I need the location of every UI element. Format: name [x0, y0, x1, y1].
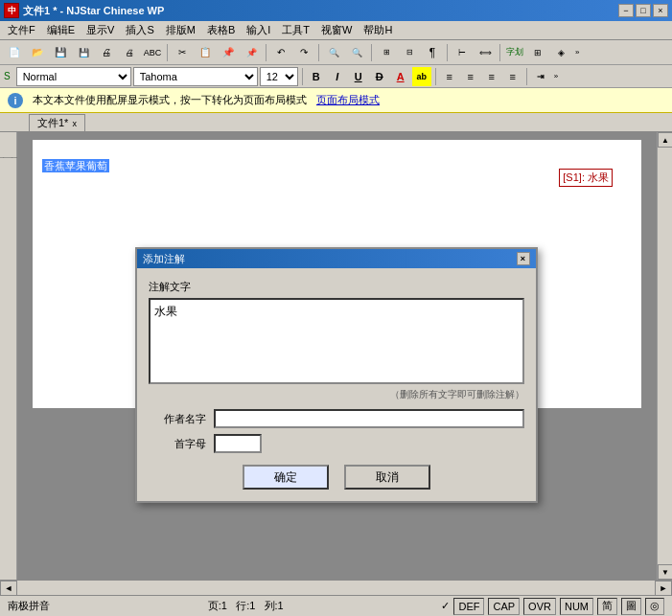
menu-format[interactable]: 排版M [160, 22, 201, 39]
ok-button[interactable]: 确定 [243, 465, 329, 490]
menu-view[interactable]: 显示V [81, 22, 120, 39]
print-button[interactable]: 🖨 [96, 43, 117, 62]
author-input[interactable] [214, 409, 524, 428]
menu-tools[interactable]: 工具T [276, 22, 315, 39]
findreplace-button[interactable]: 🔍 [346, 43, 367, 62]
italic-button[interactable]: I [328, 67, 347, 86]
dialog-close-button[interactable]: × [517, 252, 530, 265]
status-ovr: OVR [523, 598, 556, 615]
doc-tab-close[interactable]: x [72, 119, 77, 128]
grid-btn[interactable]: ⊞ [527, 43, 548, 62]
redo-button[interactable]: ↷ [293, 43, 314, 62]
separator-3 [318, 44, 319, 61]
scroll-track[interactable] [658, 148, 672, 564]
check-mark: ✓ [441, 600, 450, 612]
scroll-right-button[interactable]: ► [655, 581, 672, 596]
find-button[interactable]: 🔍 [323, 43, 344, 62]
format-overflow[interactable]: » [552, 70, 560, 82]
paste-button[interactable]: 📌 [218, 43, 239, 62]
menu-file[interactable]: 文件F [2, 22, 41, 39]
lang-btn[interactable]: 字划 [504, 43, 525, 62]
save-button[interactable]: 💾 [50, 43, 71, 62]
vertical-scrollbar: ▲ ▼ [657, 132, 672, 580]
align-center-button[interactable]: ≡ [461, 67, 480, 86]
bottom-scrollbar: ◄ ► [0, 580, 672, 595]
app-icon: 中 [4, 3, 19, 18]
format-sep-2 [435, 68, 436, 85]
menu-insert[interactable]: 插入S [120, 22, 159, 39]
extra-btn[interactable]: ◈ [550, 43, 571, 62]
cut-button[interactable]: ✂ [172, 43, 193, 62]
menu-table[interactable]: 表格B [201, 22, 241, 39]
print2-button[interactable]: 🖨 [119, 43, 140, 62]
font-dropdown[interactable]: Tahoma [133, 67, 258, 86]
doc-tab-label: 文件1* [37, 116, 68, 130]
align-left-button[interactable]: ≡ [440, 67, 459, 86]
align-right-button[interactable]: ≡ [482, 67, 501, 86]
menu-bar: 文件F 编辑E 显示V 插入S 排版M 表格B 输入I 工具T 视窗W 帮助H [0, 21, 672, 40]
spell-button[interactable]: ABC [142, 43, 163, 62]
dialog-body: 注解文字 水果 （删除所有文字即可删除注解） 作者名字 首字母 确定 取消 [137, 268, 536, 501]
ruler-btn[interactable]: ⊢ [452, 43, 473, 62]
annotation-marker: [S1]: 水果 [559, 169, 613, 187]
undo-button[interactable]: ↶ [270, 43, 291, 62]
status-num: NUM [560, 598, 593, 615]
info-bar: i 本文本文件使用配屏显示模式，按一下转化为页面布局模式 页面布局模式 [0, 88, 672, 113]
copy-button[interactable]: 📋 [195, 43, 216, 62]
add-annotation-dialog: 添加注解 × 注解文字 水果 （删除所有文字即可删除注解） 作者名字 首字母 [135, 247, 538, 503]
indent-button[interactable]: ⇥ [531, 67, 550, 86]
input-mode-indicator: 南极拼音 [8, 599, 50, 613]
left-ruler: │ │ │ [0, 132, 17, 580]
title-bar-left: 中 文件1 * - NJStar Chinese WP [4, 3, 164, 18]
info-icon: i [8, 93, 23, 108]
table-insert[interactable]: ⊞ [376, 43, 397, 62]
chinese-mode-1[interactable]: 简 [597, 598, 617, 615]
scroll-down-button[interactable]: ▼ [658, 564, 672, 580]
style-dropdown[interactable]: Normal [16, 67, 131, 86]
menu-input[interactable]: 输入I [241, 22, 276, 39]
menu-edit[interactable]: 编辑E [41, 22, 81, 39]
dialog-title-bar: 添加注解 × [137, 249, 536, 268]
tab-bar: 文件1* x [0, 113, 672, 132]
chinese-mode-2[interactable]: 圖 [621, 598, 641, 615]
paste2-button[interactable]: 📌 [241, 43, 262, 62]
page-layout-link[interactable]: 页面布局模式 [316, 93, 380, 107]
chinese-mode-3[interactable]: ◎ [645, 598, 664, 615]
strikeout-button[interactable]: D [370, 67, 389, 86]
main-toolbar: 📄 📂 💾 💾 🖨 🖨 ABC ✂ 📋 📌 📌 ↶ ↷ 🔍 🔍 ⊞ ⊟ ¶ ⊢ … [0, 40, 672, 65]
bold-button[interactable]: B [307, 67, 326, 86]
initials-input[interactable] [214, 434, 262, 453]
underline-button[interactable]: U [349, 67, 368, 86]
highlighted-text: 香蕉苹果葡萄 [42, 159, 109, 172]
fontcolor-button[interactable]: A [391, 67, 410, 86]
scroll-left-button[interactable]: ◄ [0, 581, 17, 596]
initials-label: 首字母 [149, 437, 206, 451]
close-button[interactable]: × [653, 4, 668, 17]
width-btn[interactable]: ⟺ [475, 43, 496, 62]
new-button[interactable]: 📄 [4, 43, 25, 62]
menu-window[interactable]: 视窗W [315, 22, 358, 39]
menu-help[interactable]: 帮助H [358, 22, 398, 39]
table2[interactable]: ⊟ [399, 43, 420, 62]
format-sep-3 [526, 68, 527, 85]
save2-button[interactable]: 💾 [73, 43, 94, 62]
maximize-button[interactable]: □ [636, 4, 651, 17]
size-dropdown[interactable]: 12 [260, 67, 298, 86]
cancel-button[interactable]: 取消 [344, 465, 430, 490]
separator-2 [266, 44, 266, 61]
open-button[interactable]: 📂 [27, 43, 48, 62]
justify-button[interactable]: ≡ [503, 67, 522, 86]
col-number: 列:1 [265, 600, 284, 611]
window-controls: − □ × [618, 4, 668, 17]
ruler-mark: │ [4, 155, 12, 160]
app-window: 中 文件1 * - NJStar Chinese WP − □ × 文件F 编辑… [0, 0, 672, 616]
toolbar-overflow[interactable]: » [573, 46, 581, 58]
separator-5 [447, 44, 448, 61]
scroll-up-button[interactable]: ▲ [658, 132, 672, 148]
status-cap: CAP [488, 598, 520, 615]
annotation-textarea[interactable]: 水果 [149, 298, 524, 384]
highlight-button[interactable]: ab [412, 67, 431, 86]
minimize-button[interactable]: − [618, 4, 634, 17]
para-btn[interactable]: ¶ [422, 43, 443, 62]
doc-tab[interactable]: 文件1* x [29, 114, 85, 131]
